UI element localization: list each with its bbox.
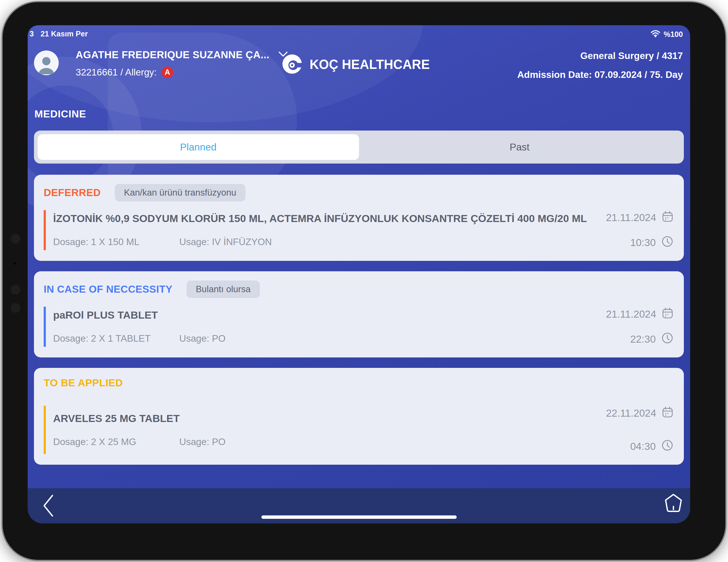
medicine-info: İZOTONİK %0,9 SODYUM KLORÜR 150 ML, ACTE… bbox=[44, 210, 591, 250]
schedule-date-row: 22.11.2024 bbox=[606, 406, 673, 420]
patient-name: AGATHE FREDERIQUE SUZANNE ÇA... bbox=[76, 49, 270, 61]
home-button[interactable] bbox=[663, 492, 684, 514]
patient-block: AGATHE FREDERIQUE SUZANNE ÇA... 32216661… bbox=[76, 49, 288, 78]
card-header: TO BE APPLIED bbox=[44, 377, 673, 389]
hospital-info: General Surgery / 4317 Admission Date: 0… bbox=[517, 50, 683, 80]
schedule-date: 21.11.2024 bbox=[606, 212, 656, 223]
status-date: 21 Kasım Per bbox=[41, 30, 88, 38]
tab-past[interactable]: Past bbox=[359, 134, 680, 160]
avatar-person-icon bbox=[34, 52, 59, 75]
schedule-block: 21.11.2024 bbox=[606, 307, 673, 347]
calendar-icon bbox=[662, 211, 673, 225]
tablet-camera-dot bbox=[14, 262, 16, 264]
page-header: AGATHE FREDERIQUE SUZANNE ÇA... 32216661… bbox=[34, 49, 683, 87]
medicine-info: paROl PLUS TABLET Dosage: 2 X 1 TABLET U… bbox=[44, 307, 591, 347]
department-room: General Surgery / 4317 bbox=[517, 50, 683, 61]
schedule-time-row: 10:30 bbox=[630, 235, 673, 250]
schedule-time-row: 04:30 bbox=[630, 440, 673, 454]
schedule-block: 22.11.2024 bbox=[606, 406, 673, 454]
brand-logo-icon bbox=[281, 53, 303, 75]
medicine-card-deferred[interactable]: DEFERRED Kan/kan ürünü transfüzyonu İZOT… bbox=[34, 175, 684, 261]
medicine-card-to-be-applied[interactable]: TO BE APPLIED ARVELES 25 MG TABLET Dosag… bbox=[34, 368, 684, 465]
medicine-name: ARVELES 25 MG TABLET bbox=[53, 413, 591, 424]
patient-selector[interactable]: AGATHE FREDERIQUE SUZANNE ÇA... bbox=[76, 49, 288, 61]
medicine-meta: Dosage: 2 X 25 MG Usage: PO bbox=[53, 437, 591, 447]
tablet-camera-dot bbox=[11, 303, 20, 313]
schedule-date-row: 21.11.2024 bbox=[606, 211, 673, 225]
card-body: paROl PLUS TABLET Dosage: 2 X 1 TABLET U… bbox=[44, 307, 673, 347]
status-label: DEFERRED bbox=[44, 187, 101, 198]
allergy-badge: A bbox=[162, 66, 173, 78]
usage-label: Usage: PO bbox=[179, 437, 226, 447]
status-bar: 3 21 Kasım Per %100 bbox=[28, 29, 690, 40]
tablet-camera-dot bbox=[11, 285, 20, 295]
admission-info: Admission Date: 07.09.2024 / 75. Day bbox=[517, 69, 683, 80]
tab-planned[interactable]: Planned bbox=[38, 134, 359, 160]
schedule-time: 22:30 bbox=[630, 334, 656, 345]
medicine-list: DEFERRED Kan/kan ürünü transfüzyonu İZOT… bbox=[34, 175, 684, 465]
wifi-icon bbox=[651, 30, 660, 39]
medicine-meta: Dosage: 2 X 1 TABLET Usage: PO bbox=[53, 333, 591, 344]
order-type-badge: Bulantı olursa bbox=[187, 280, 260, 298]
avatar[interactable] bbox=[34, 50, 59, 75]
home-icon bbox=[663, 492, 684, 514]
back-button[interactable] bbox=[42, 494, 54, 518]
brand-logo: KOÇ HEALTHCARE bbox=[281, 53, 436, 75]
tablet-camera-dot bbox=[11, 234, 20, 243]
dosage-label: Dosage: 2 X 25 MG bbox=[53, 437, 179, 447]
card-body: İZOTONİK %0,9 SODYUM KLORÜR 150 ML, ACTE… bbox=[44, 210, 673, 250]
schedule-date: 21.11.2024 bbox=[606, 309, 656, 320]
medicine-card-necessity[interactable]: IN CASE OF NECCESSITY Bulantı olursa paR… bbox=[34, 271, 684, 358]
status-time-fragment: 3 bbox=[30, 30, 34, 38]
medicine-name: paROl PLUS TABLET bbox=[53, 309, 591, 321]
tab-bar: Planned Past bbox=[34, 130, 684, 163]
app-screen: 3 21 Kasım Per %100 bbox=[28, 25, 690, 523]
bottom-nav-bar bbox=[28, 488, 690, 523]
schedule-block: 21.11.2024 bbox=[606, 210, 673, 250]
page-title: MEDICINE bbox=[34, 108, 86, 120]
card-header: IN CASE OF NECCESSITY Bulantı olursa bbox=[44, 280, 673, 298]
tablet-frame: 3 21 Kasım Per %100 bbox=[1, 1, 727, 561]
dosage-label: Dosage: 1 X 150 ML bbox=[53, 236, 179, 247]
schedule-time: 10:30 bbox=[630, 237, 656, 248]
screenshot-stage: 3 21 Kasım Per %100 bbox=[0, 0, 728, 562]
dosage-label: Dosage: 2 X 1 TABLET bbox=[53, 333, 179, 344]
clock-icon bbox=[662, 235, 673, 250]
battery-percent: %100 bbox=[664, 30, 683, 39]
brand-name: KOÇ HEALTHCARE bbox=[310, 56, 430, 72]
medicine-meta: Dosage: 1 X 150 ML Usage: IV İNFÜZYON bbox=[53, 236, 591, 247]
patient-id-allergy: 32216661 / Allergy: bbox=[76, 67, 157, 78]
usage-label: Usage: IV İNFÜZYON bbox=[179, 236, 272, 247]
medicine-info: ARVELES 25 MG TABLET Dosage: 2 X 25 MG U… bbox=[44, 406, 591, 454]
home-indicator[interactable] bbox=[261, 515, 457, 519]
status-label: TO BE APPLIED bbox=[44, 377, 123, 389]
medicine-name: İZOTONİK %0,9 SODYUM KLORÜR 150 ML, ACTE… bbox=[53, 212, 591, 224]
schedule-date: 22.11.2024 bbox=[606, 408, 656, 419]
back-chevron-icon bbox=[42, 494, 54, 518]
calendar-icon bbox=[662, 307, 673, 321]
card-header: DEFERRED Kan/kan ürünü transfüzyonu bbox=[44, 184, 673, 201]
card-body: ARVELES 25 MG TABLET Dosage: 2 X 25 MG U… bbox=[44, 406, 673, 454]
status-label: IN CASE OF NECCESSITY bbox=[44, 284, 172, 295]
schedule-time: 04:30 bbox=[630, 441, 656, 452]
schedule-time-row: 22:30 bbox=[630, 332, 673, 346]
schedule-date-row: 21.11.2024 bbox=[606, 307, 673, 321]
usage-label: Usage: PO bbox=[179, 333, 226, 344]
clock-icon bbox=[662, 332, 673, 346]
clock-icon bbox=[662, 440, 673, 454]
patient-id-allergy-row: 32216661 / Allergy: A bbox=[76, 66, 288, 78]
calendar-icon bbox=[662, 406, 673, 420]
order-type-badge: Kan/kan ürünü transfüzyonu bbox=[115, 184, 245, 201]
